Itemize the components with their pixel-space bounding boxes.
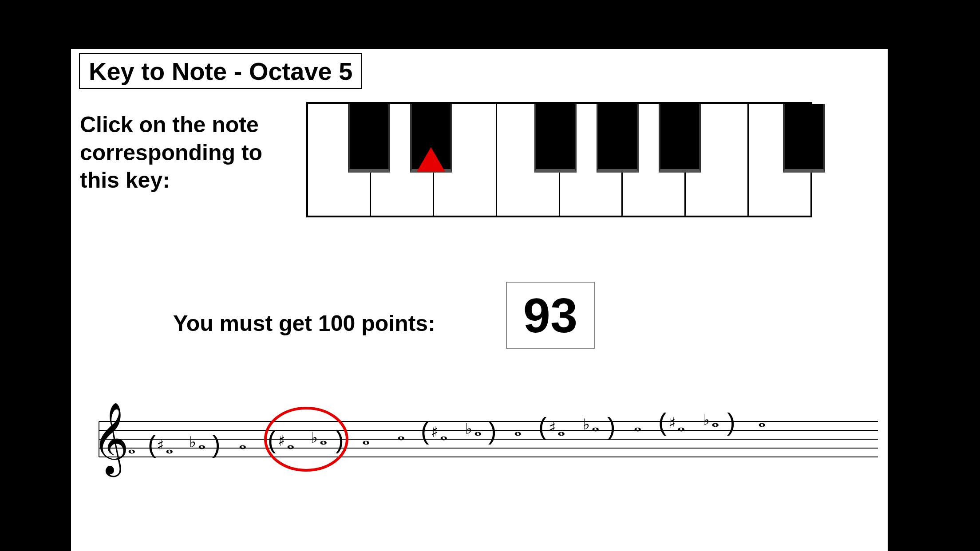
svg-text:(: (: [538, 412, 547, 440]
svg-text:♭: ♭: [583, 416, 590, 433]
black-key-1[interactable]: [348, 104, 390, 173]
black-key-6[interactable]: [783, 104, 825, 173]
black-key-5[interactable]: [659, 104, 701, 173]
key-marker-icon: [417, 147, 445, 172]
svg-text:♯: ♯: [668, 414, 676, 431]
svg-text:): ): [727, 408, 735, 436]
svg-text:𝅝: 𝅝: [678, 427, 684, 432]
game-panel: Key to Note - Octave 5 Click on the note…: [71, 49, 888, 551]
svg-text:♯: ♯: [278, 432, 285, 449]
page-title: Key to Note - Octave 5: [79, 53, 362, 89]
svg-text:𝅝: 𝅝: [592, 427, 599, 432]
svg-text:♯: ♯: [431, 423, 438, 440]
svg-text:𝅝: 𝅝: [198, 445, 205, 449]
score-display: 93: [506, 282, 595, 349]
svg-text:): ): [212, 430, 221, 458]
svg-text:𝅝: 𝅝: [320, 441, 327, 445]
svg-text:♯: ♯: [549, 419, 556, 436]
note-option-2[interactable]: 𝅝: [363, 441, 369, 445]
svg-text:𝅝: 𝅝: [759, 423, 765, 427]
svg-text:𝅝: 𝅝: [166, 449, 173, 454]
instruction-text: Click on the note corresponding to this …: [80, 111, 293, 194]
treble-clef-icon: 𝄞: [92, 403, 129, 477]
svg-text:♯: ♯: [157, 437, 164, 453]
svg-text:(: (: [658, 408, 667, 436]
points-requirement-label: You must get 100 points:: [173, 311, 435, 336]
svg-text:(: (: [148, 430, 156, 458]
svg-text:♭: ♭: [311, 429, 318, 446]
note-option-0[interactable]: 𝅝 ( ♯ 𝅝 ♭ 𝅝 ): [128, 430, 221, 458]
svg-text:𝅝: 𝅝: [128, 449, 135, 454]
svg-text:𝅝: 𝅝: [239, 445, 246, 449]
svg-text:(: (: [268, 425, 276, 453]
svg-text:𝅝: 𝅝: [440, 436, 447, 441]
svg-text:𝅝: 𝅝: [363, 441, 369, 445]
svg-text:): ): [336, 425, 344, 453]
svg-text:𝅝: 𝅝: [287, 445, 294, 449]
svg-text:♭: ♭: [189, 433, 196, 450]
music-staff: 𝄞 𝅝 ( ♯ 𝅝 ♭ 𝅝 ) 𝅝 ( ♯ 𝅝 ♭ 𝅝 ) 𝅝: [79, 395, 878, 479]
svg-text:𝅝: 𝅝: [474, 432, 481, 436]
black-key-3[interactable]: [534, 104, 577, 173]
svg-text:𝅝: 𝅝: [398, 436, 404, 441]
note-option-4[interactable]: 𝅝 ( ♯ 𝅝 ♭ 𝅝 ): [514, 412, 616, 440]
svg-text:♭: ♭: [465, 420, 472, 437]
svg-text:): ): [488, 417, 497, 445]
svg-text:𝅝: 𝅝: [634, 427, 641, 432]
svg-text:𝅝: 𝅝: [514, 432, 521, 436]
note-option-6[interactable]: 𝅝: [759, 423, 765, 427]
svg-text:): ): [607, 412, 616, 440]
black-key-4[interactable]: [597, 104, 639, 173]
svg-text:(: (: [421, 417, 429, 445]
svg-text:𝅝: 𝅝: [558, 432, 565, 436]
svg-text:𝅝: 𝅝: [712, 423, 719, 427]
svg-text:♭: ♭: [703, 411, 710, 428]
piano-keyboard: [306, 102, 812, 217]
